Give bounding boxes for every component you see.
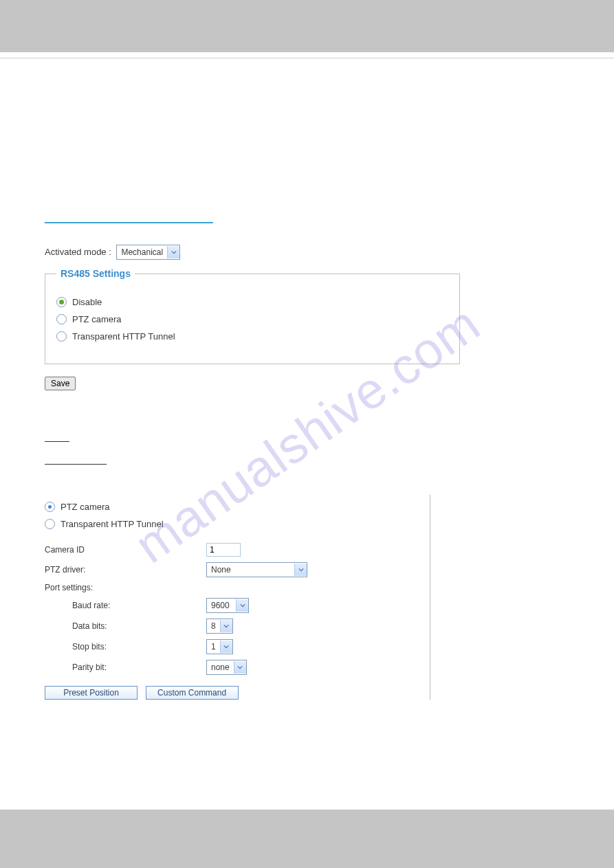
subheading-1 [45,428,69,442]
parity-row: Parity bit: none [45,660,416,675]
radio-icon [45,519,55,529]
activated-mode-select[interactable]: Mechanical [116,245,180,260]
activated-mode-value: Mechanical [117,247,167,257]
ptz-driver-value: None [207,565,235,575]
ptz-option-tunnel[interactable]: Transparent HTTP Tunnel [45,519,416,529]
ptz-option-ptz[interactable]: PTZ camera [45,502,416,512]
ptz-driver-label: PTZ driver: [45,565,206,575]
data-bits-label: Data bits: [45,621,206,631]
save-button[interactable]: Save [45,377,76,390]
parity-value: none [207,663,234,672]
chevron-down-icon [234,661,246,674]
stop-bits-label: Stop bits: [45,642,206,652]
rs485-disable-label: Disable [72,297,102,307]
baud-rate-select[interactable]: 9600 [206,598,249,613]
subheading-2 [45,452,107,465]
rs485-legend: RS485 Settings [56,268,135,279]
radio-icon [45,502,55,512]
stop-bits-select[interactable]: 1 [206,639,233,654]
baud-rate-row: Baud rate: 9600 [45,598,416,613]
data-bits-row: Data bits: 8 [45,619,416,634]
ptz-driver-select[interactable]: None [206,562,307,577]
radio-icon [56,331,67,342]
custom-command-button[interactable]: Custom Command [146,686,239,700]
stop-bits-row: Stop bits: 1 [45,639,416,654]
port-settings-label: Port settings: [45,583,206,592]
ptz-ptz-label: PTZ camera [61,502,110,512]
ptz-driver-row: PTZ driver: None [45,562,416,577]
preset-position-button[interactable]: Preset Position [45,686,138,700]
radio-icon [56,297,67,307]
rs485-option-disable[interactable]: Disable [56,297,448,307]
data-bits-select[interactable]: 8 [206,619,233,634]
rs485-tunnel-label: Transparent HTTP Tunnel [72,331,175,342]
radio-icon [56,314,67,324]
camera-id-row: Camera ID [45,543,416,557]
stop-bits-value: 1 [207,642,220,652]
rs485-option-tunnel[interactable]: Transparent HTTP Tunnel [56,331,448,342]
footer-bar [0,810,614,868]
chevron-down-icon [236,599,248,612]
baud-rate-label: Baud rate: [45,601,206,610]
rs485-fieldset: RS485 Settings Disable PTZ camera Transp… [45,268,460,364]
chevron-down-icon [220,620,232,632]
baud-rate-value: 9600 [207,601,234,610]
chevron-down-icon [220,641,232,653]
activated-mode-label: Activated mode : [45,247,111,257]
header-bar [0,0,614,52]
parity-select[interactable]: none [206,660,247,675]
chevron-down-icon [167,246,179,258]
parity-label: Parity bit: [45,663,206,672]
camera-id-label: Camera ID [45,545,206,555]
data-bits-value: 8 [207,621,220,631]
rs485-option-ptz[interactable]: PTZ camera [56,314,448,324]
ptz-tunnel-label: Transparent HTTP Tunnel [61,519,164,529]
port-settings-row: Port settings: [45,583,416,592]
camera-id-input[interactable] [206,543,241,557]
rs485-ptz-label: PTZ camera [72,314,122,324]
chevron-down-icon [294,564,307,576]
section-title [45,203,213,223]
activated-mode-row: Activated mode : Mechanical [45,245,569,260]
